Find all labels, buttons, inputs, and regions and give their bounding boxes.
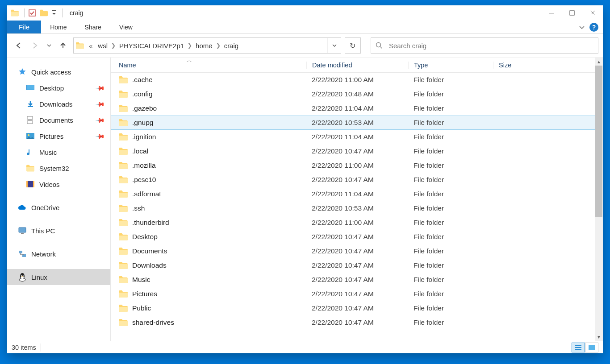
title-bar[interactable]: craig bbox=[7, 5, 603, 21]
recent-locations-dropdown[interactable] bbox=[46, 39, 53, 52]
scroll-down-icon[interactable]: ▼ bbox=[595, 333, 603, 341]
sidebar-item-label: Quick access bbox=[31, 68, 71, 76]
view-large-icons-button[interactable] bbox=[585, 343, 598, 352]
breadcrumb-segment[interactable]: PHYSICALDRIVE2p1 bbox=[117, 42, 187, 50]
sidebar-onedrive[interactable]: OneDrive bbox=[7, 199, 110, 215]
table-row[interactable]: Public2/22/2020 10:47 AMFile folder bbox=[111, 301, 603, 315]
column-name[interactable]: Name bbox=[119, 62, 306, 69]
folder-icon bbox=[26, 164, 35, 173]
breadcrumb-overflow[interactable]: « bbox=[86, 42, 95, 50]
svg-rect-8 bbox=[27, 116, 33, 124]
file-name: Music bbox=[132, 276, 150, 284]
tab-file[interactable]: File bbox=[7, 21, 41, 33]
file-list-pane: ︿ Name Date modified Type Size .cache2/2… bbox=[111, 58, 603, 341]
table-row[interactable]: .gazebo2/22/2020 11:04 AMFile folder bbox=[111, 101, 603, 116]
table-row[interactable]: .config2/22/2020 10:48 AMFile folder bbox=[111, 87, 603, 101]
file-name: .cache bbox=[132, 76, 153, 84]
file-date: 2/22/2020 11:04 AM bbox=[306, 190, 408, 198]
close-button[interactable] bbox=[582, 5, 603, 21]
file-date: 2/22/2020 10:47 AM bbox=[306, 233, 408, 241]
table-row[interactable]: .local2/22/2020 10:47 AMFile folder bbox=[111, 144, 603, 158]
status-item-count: 30 items bbox=[12, 344, 36, 351]
star-icon bbox=[18, 67, 27, 76]
forward-button[interactable] bbox=[29, 39, 42, 52]
up-button[interactable] bbox=[56, 39, 70, 52]
back-button[interactable] bbox=[12, 39, 25, 52]
file-name: Public bbox=[132, 304, 151, 312]
svg-rect-18 bbox=[21, 233, 24, 234]
chevron-right-icon[interactable]: ❯ bbox=[110, 42, 117, 49]
sidebar-network[interactable]: Network bbox=[7, 246, 110, 262]
table-row[interactable]: Documents2/22/2020 10:47 AMFile folder bbox=[111, 244, 603, 258]
minimize-button[interactable] bbox=[541, 5, 562, 21]
sidebar-downloads[interactable]: Downloads 📌 bbox=[7, 96, 110, 112]
new-folder-qat-icon[interactable] bbox=[39, 8, 49, 18]
table-row[interactable]: .ignition2/22/2020 11:04 AMFile folder bbox=[111, 130, 603, 144]
table-row[interactable]: .ssh2/22/2020 10:53 AMFile folder bbox=[111, 201, 603, 215]
breadcrumb-segment[interactable]: wsl bbox=[95, 42, 110, 50]
table-row[interactable]: .gnupg2/22/2020 10:53 AMFile folder bbox=[111, 116, 603, 130]
sidebar-system32[interactable]: System32 bbox=[7, 160, 110, 176]
pin-icon: 📌 bbox=[95, 99, 105, 109]
file-date: 2/22/2020 10:53 AM bbox=[306, 204, 408, 212]
sidebar-music[interactable]: Music bbox=[7, 144, 110, 160]
folder-icon bbox=[119, 233, 128, 240]
column-type[interactable]: Type bbox=[408, 62, 493, 69]
table-row[interactable]: shared-drives2/22/2020 10:47 AMFile fold… bbox=[111, 315, 603, 330]
view-details-button[interactable] bbox=[572, 343, 585, 352]
column-date[interactable]: Date modified bbox=[306, 62, 408, 69]
pin-icon: 📌 bbox=[95, 83, 105, 93]
scroll-up-icon[interactable]: ▲ bbox=[595, 58, 603, 66]
sidebar-this-pc[interactable]: This PC bbox=[7, 223, 110, 239]
file-type: File folder bbox=[408, 190, 493, 198]
refresh-button[interactable]: ↻ bbox=[345, 37, 361, 54]
chevron-right-icon[interactable]: ❯ bbox=[215, 42, 221, 49]
breadcrumb-segment[interactable]: craig bbox=[221, 42, 242, 50]
properties-qat-icon[interactable] bbox=[27, 8, 37, 18]
table-row[interactable]: .mozilla2/22/2020 11:00 AMFile folder bbox=[111, 158, 603, 173]
folder-icon bbox=[119, 305, 128, 312]
tab-view[interactable]: View bbox=[110, 21, 142, 33]
table-row[interactable]: .thunderbird2/22/2020 11:00 AMFile folde… bbox=[111, 215, 603, 230]
scrollbar-thumb[interactable] bbox=[595, 66, 602, 217]
table-row[interactable]: Music2/22/2020 10:47 AMFile folder bbox=[111, 273, 603, 287]
table-row[interactable]: .sdformat2/22/2020 11:04 AMFile folder bbox=[111, 187, 603, 201]
maximize-button[interactable] bbox=[562, 5, 582, 21]
sidebar-item-label: Pictures bbox=[39, 132, 63, 140]
sidebar-linux[interactable]: Linux bbox=[7, 269, 110, 285]
search-box[interactable] bbox=[371, 37, 598, 54]
tab-share[interactable]: Share bbox=[76, 21, 110, 33]
chevron-right-icon[interactable]: ❯ bbox=[187, 42, 193, 49]
table-row[interactable]: .pcsc102/22/2020 10:47 AMFile folder bbox=[111, 173, 603, 187]
column-headers[interactable]: ︿ Name Date modified Type Size bbox=[111, 58, 603, 73]
table-row[interactable]: Desktop2/22/2020 10:47 AMFile folder bbox=[111, 230, 603, 244]
file-type: File folder bbox=[408, 76, 493, 84]
ribbon: File Home Share View ? bbox=[7, 21, 603, 34]
sidebar-item-label: OneDrive bbox=[31, 204, 59, 211]
file-name: .config bbox=[132, 90, 153, 98]
svg-point-24 bbox=[21, 275, 22, 276]
address-dropdown-icon[interactable] bbox=[327, 38, 341, 53]
help-icon[interactable]: ? bbox=[589, 23, 598, 32]
address-bar[interactable]: « wsl❯PHYSICALDRIVE2p1❯home❯craig bbox=[73, 37, 341, 54]
sidebar-desktop[interactable]: Desktop 📌 bbox=[7, 80, 110, 96]
sidebar-pictures[interactable]: Pictures 📌 bbox=[7, 128, 110, 144]
folder-icon bbox=[119, 119, 128, 126]
qat-dropdown-icon[interactable] bbox=[50, 8, 58, 18]
svg-rect-15 bbox=[26, 181, 28, 187]
vertical-scrollbar[interactable]: ▲ ▼ bbox=[595, 58, 603, 341]
tab-home[interactable]: Home bbox=[41, 21, 75, 33]
sidebar-quick-access[interactable]: Quick access bbox=[7, 64, 110, 80]
table-row[interactable]: Downloads2/22/2020 10:47 AMFile folder bbox=[111, 258, 603, 273]
ribbon-collapse-icon[interactable] bbox=[579, 24, 585, 30]
sidebar-videos[interactable]: Videos bbox=[7, 176, 110, 192]
table-row[interactable]: .cache2/22/2020 11:00 AMFile folder bbox=[111, 73, 603, 87]
column-size[interactable]: Size bbox=[493, 62, 603, 69]
sidebar-documents[interactable]: Documents 📌 bbox=[7, 112, 110, 128]
search-input[interactable] bbox=[389, 42, 598, 50]
breadcrumb-segment[interactable]: home bbox=[193, 42, 215, 50]
table-row[interactable]: Pictures2/22/2020 10:47 AMFile folder bbox=[111, 287, 603, 301]
file-type: File folder bbox=[408, 304, 493, 312]
folder-icon bbox=[119, 162, 128, 169]
navigation-pane[interactable]: Quick access Desktop 📌 Downloads 📌 Docum… bbox=[7, 58, 111, 341]
